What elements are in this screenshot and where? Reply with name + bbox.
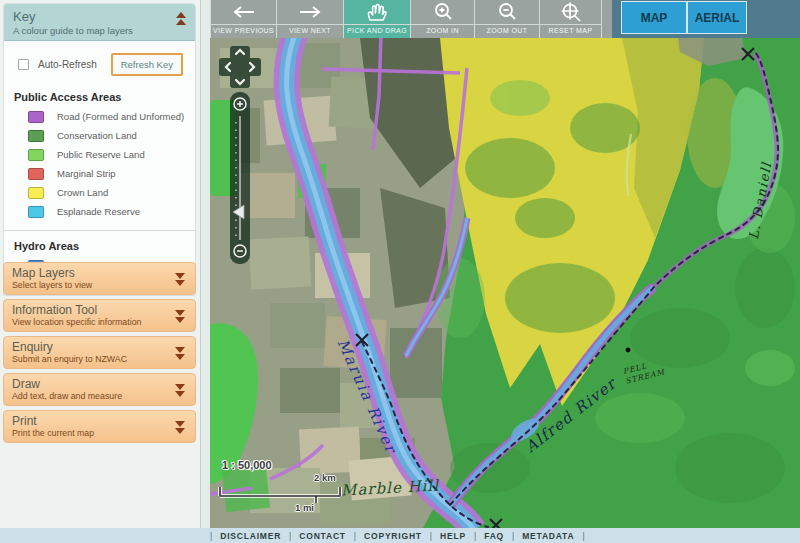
- zoom-out-icon: [475, 0, 539, 24]
- map-view-button[interactable]: MAP: [621, 1, 687, 34]
- legend-swatch: [28, 187, 44, 199]
- legend-item-esplanade: Esplanade Reserve: [10, 202, 189, 221]
- panel-draw[interactable]: Draw Add text, draw and measure: [3, 373, 196, 406]
- legend-swatch: [28, 168, 44, 180]
- legend-divider: [4, 230, 195, 231]
- map-toolbar: VIEW PREVIOUS PICK AND DRAG VIEW NEXT PI…: [210, 0, 800, 38]
- aerial-view-button[interactable]: AERIAL: [687, 1, 747, 34]
- legend-label: Conservation Land: [57, 130, 137, 141]
- key-panel: Key A colour guide to map layers Auto-Re…: [3, 3, 196, 296]
- chevron-double-down-icon: [173, 383, 187, 402]
- hand-icon: [344, 0, 410, 24]
- legend-label: Public Reserve Land: [57, 149, 145, 160]
- key-panel-subtitle: A colour guide to map layers: [13, 25, 186, 36]
- pick-and-drag-button[interactable]: PICK AND DRAG: [344, 0, 411, 38]
- metadata-link[interactable]: METADATA: [522, 531, 574, 541]
- view-previous-button[interactable]: VIEW PREVIOUS: [210, 0, 277, 38]
- map-application: Key A colour guide to map layers Auto-Re…: [0, 0, 800, 543]
- map-scale-ratio: 1 : 50,000: [222, 459, 272, 471]
- zoom-in-icon: [411, 0, 474, 24]
- legend-item-crown-land: Crown Land: [10, 183, 189, 202]
- map-layers-graphic: [210, 38, 800, 528]
- legend-item-conservation: Conservation Land: [10, 126, 189, 145]
- basemap-switcher: MAP AERIAL: [612, 0, 800, 38]
- legend-label: Crown Land: [57, 187, 108, 198]
- pan-control[interactable]: [219, 44, 261, 90]
- panel-map-layers[interactable]: Map Layers Select layers to view: [3, 262, 196, 295]
- legend-item-public-reserve: Public Reserve Land: [10, 145, 189, 164]
- chevron-double-down-icon: [173, 272, 187, 291]
- zoom-slider[interactable]: [230, 92, 250, 264]
- accordion-stack: Map Layers Select layers to view Informa…: [3, 262, 196, 447]
- legend-swatch: [28, 206, 44, 218]
- refresh-key-button[interactable]: Refresh Key: [111, 53, 183, 76]
- panel-information-tool[interactable]: Information Tool View location specific …: [3, 299, 196, 332]
- faq-link[interactable]: FAQ: [484, 531, 504, 541]
- reset-map-button[interactable]: RESET MAP: [540, 0, 602, 38]
- legend-swatch: [28, 149, 44, 161]
- chevron-double-down-icon: [173, 420, 187, 439]
- sidebar: Key A colour guide to map layers Auto-Re…: [0, 0, 210, 528]
- key-panel-header[interactable]: Key A colour guide to map layers: [4, 4, 195, 41]
- legend-label: Esplanade Reserve: [57, 206, 140, 217]
- key-panel-body: Auto-Refresh Refresh Key Public Access A…: [4, 41, 195, 295]
- view-next-button[interactable]: PICK AND DRAG VIEW NEXT: [277, 0, 344, 38]
- legend-label: Road (Formed and Unformed): [57, 111, 184, 122]
- copyright-link[interactable]: COPYRIGHT: [364, 531, 422, 541]
- point-marker: [626, 348, 631, 353]
- chevron-double-down-icon: [173, 346, 187, 365]
- zoom-out-button[interactable]: ZOOM OUT: [475, 0, 540, 38]
- map-canvas[interactable]: Maruia River Alfred River PELLSTREAM L. …: [210, 38, 800, 528]
- legend-swatch: [28, 111, 44, 123]
- chevron-double-down-icon: [173, 309, 187, 328]
- contact-link[interactable]: CONTACT: [299, 531, 346, 541]
- legend-swatch: [28, 130, 44, 142]
- arrow-left-icon: [211, 0, 276, 24]
- legend-item-road: Road (Formed and Unformed): [10, 107, 189, 126]
- legend-item-marginal-strip: Marginal Strip: [10, 164, 189, 183]
- public-access-areas-heading: Public Access Areas: [14, 91, 189, 103]
- hydro-areas-heading: Hydro Areas: [14, 240, 189, 252]
- reset-map-icon: [540, 0, 601, 24]
- legend-label: Marginal Strip: [57, 168, 116, 179]
- disclaimer-link[interactable]: DISCLAIMER: [220, 531, 281, 541]
- key-panel-title: Key: [13, 9, 186, 24]
- scale-bar: [214, 482, 354, 508]
- auto-refresh-checkbox[interactable]: [18, 59, 29, 70]
- panel-enquiry[interactable]: Enquiry Submit an enquiry to NZWAC: [3, 336, 196, 369]
- auto-refresh-label: Auto-Refresh: [38, 59, 97, 70]
- help-link[interactable]: HELP: [440, 531, 466, 541]
- panel-print[interactable]: Print Print the current map: [3, 410, 196, 443]
- collapse-panel-icon[interactable]: [174, 11, 188, 27]
- footer-bar: | DISCLAIMER | CONTACT | COPYRIGHT | HEL…: [0, 528, 800, 543]
- sidebar-panel-area: Key A colour guide to map layers Auto-Re…: [0, 0, 201, 528]
- zoom-in-button[interactable]: ZOOM IN: [411, 0, 475, 38]
- toolbar-spacer: [602, 0, 612, 38]
- arrow-right-icon: [277, 0, 343, 24]
